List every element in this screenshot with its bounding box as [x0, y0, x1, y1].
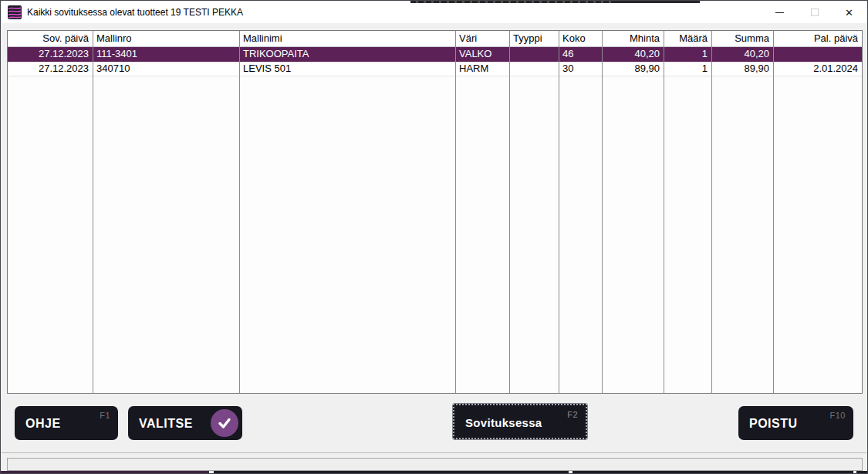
background-strip: [1, 471, 209, 473]
minimize-button[interactable]: [762, 2, 797, 23]
background-strip: [214, 471, 569, 473]
sovituksessa-button-fkey: F2: [567, 410, 578, 419]
status-bar: [7, 458, 863, 471]
fitting-products-table: Sov. päivä Mallinro Mallinimi Väri Tyypp…: [7, 30, 863, 394]
statusbar-divider: [2, 452, 866, 453]
cell-mallinro: 340710: [93, 61, 239, 76]
cell-vari: VALKO: [455, 46, 509, 61]
cell-sov-paiva: 27.12.2023: [8, 61, 93, 76]
select-button-label: VALITSE: [139, 417, 193, 431]
exit-button-label: POISTU: [749, 417, 798, 431]
app-window: Kaikki sovituksessa olevat tuotteet 19 T…: [0, 0, 868, 474]
table-row-selected[interactable]: 27.12.2023 111-3401 TRIKOOPAITA VALKO 46…: [8, 46, 862, 61]
cell-mhinta: 40,20: [602, 46, 664, 61]
background-window-sliver: [410, 1, 612, 3]
cell-pal-paiva: [773, 46, 862, 61]
cell-pal-paiva: 2.01.2024: [773, 61, 862, 76]
column-header-vari: Väri: [455, 31, 509, 46]
maximize-button[interactable]: [797, 2, 832, 23]
table-header-row: Sov. päivä Mallinro Mallinimi Väri Tyypp…: [8, 31, 862, 46]
column-header-mallinro: Mallinro: [93, 31, 239, 46]
cell-mallinimi: TRIKOOPAITA: [239, 46, 455, 61]
cell-maara: 1: [664, 61, 711, 76]
cell-tyyppi: [509, 46, 559, 61]
column-header-summa: Summa: [711, 31, 773, 46]
cell-maara: 1: [664, 46, 711, 61]
background-strip: [856, 471, 868, 473]
column-header-koko: Koko: [559, 31, 602, 46]
sovituksessa-button[interactable]: Sovituksessa F2: [453, 404, 587, 439]
close-icon: ✕: [845, 8, 853, 18]
column-header-mhinta: Mhinta: [602, 31, 664, 46]
background-strip: [572, 471, 853, 473]
cell-mhinta: 89,90: [602, 61, 664, 76]
check-icon: [211, 409, 238, 437]
cell-summa: 89,90: [711, 61, 773, 76]
cell-koko: 46: [559, 46, 602, 61]
help-button-label: OHJE: [25, 417, 61, 431]
cell-mallinimi: LEVIS 501: [239, 61, 455, 76]
cell-vari: HARM: [455, 61, 509, 76]
column-header-pal-paiva: Pal. päivä: [773, 31, 862, 46]
maximize-icon: [811, 8, 819, 16]
cell-sov-paiva: 27.12.2023: [8, 46, 93, 61]
app-logo-icon: [8, 5, 22, 19]
minimize-icon: [775, 12, 784, 13]
exit-button[interactable]: POISTU F10: [738, 406, 853, 440]
help-button[interactable]: OHJE F1: [15, 406, 118, 440]
help-button-fkey: F1: [100, 411, 110, 420]
exit-button-fkey: F10: [830, 411, 846, 420]
column-header-tyyppi: Tyyppi: [509, 31, 559, 46]
window-title: Kaikki sovituksessa olevat tuotteet 19 T…: [27, 7, 243, 18]
cell-mallinro: 111-3401: [93, 46, 239, 61]
background-window-sliver: [612, 1, 700, 3]
close-button[interactable]: ✕: [832, 2, 866, 23]
column-header-sov-paiva: Sov. päivä: [8, 31, 93, 46]
titlebar: Kaikki sovituksessa olevat tuotteet 19 T…: [2, 2, 866, 23]
cell-tyyppi: [509, 61, 559, 76]
column-header-mallinimi: Mallinimi: [239, 31, 455, 46]
sovituksessa-button-label: Sovituksessa: [465, 416, 542, 429]
column-header-maara: Määrä: [664, 31, 711, 46]
column-separators: [8, 31, 862, 393]
table-row[interactable]: 27.12.2023 340710 LEVIS 501 HARM 30 89,9…: [8, 61, 862, 76]
cell-summa: 40,20: [711, 46, 773, 61]
cell-koko: 30: [559, 61, 602, 76]
select-button[interactable]: VALITSE: [128, 406, 242, 440]
